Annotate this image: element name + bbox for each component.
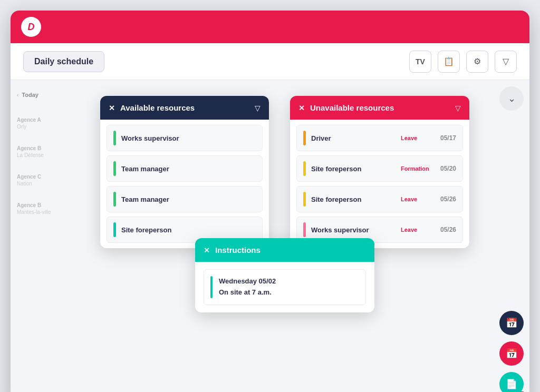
- resource-name: Site foreperson: [121, 226, 256, 234]
- status-badge: Leave: [401, 227, 435, 233]
- today-label: Today: [22, 92, 38, 98]
- export-button[interactable]: 📋: [438, 51, 460, 73]
- unavailable-resources-card: ✕ Unavailable resources ▽ Driver Leave 0…: [290, 96, 469, 248]
- status-badge: Formation: [401, 165, 435, 172]
- nav-today-row[interactable]: ‹ Today: [17, 89, 62, 101]
- available-resources-list: Works supervisor Team manager Team manag…: [100, 120, 269, 248]
- doc-teal-button[interactable]: 📄 ↖: [499, 372, 524, 392]
- calendar-dark-button[interactable]: 📅: [499, 311, 524, 335]
- calendar-icon: 📅: [506, 348, 517, 359]
- agency-b1-name: Agence B: [17, 145, 62, 151]
- instruction-item: Wednesday 05/02 On site at 7 a.m.: [204, 269, 366, 305]
- instructions-content: Wednesday 05/02 On site at 7 a.m.: [195, 262, 374, 312]
- agency-b2-location: Mantes-la-ville: [17, 209, 62, 215]
- resource-bar: [303, 222, 306, 237]
- instruction-line1: Wednesday 05/02: [219, 276, 276, 287]
- back-chevron-icon: ‹: [17, 92, 18, 98]
- instruction-bar: [210, 276, 213, 298]
- left-sidebar: ‹ Today Agence A Orly Agence B La Défens…: [11, 80, 69, 392]
- resource-name: Works supervisor: [121, 134, 256, 142]
- resource-name: Works supervisor: [311, 226, 396, 234]
- resource-name: Team manager: [121, 195, 256, 203]
- unavailable-resources-title: Unavailable resources: [310, 103, 450, 112]
- right-sidebar: ⌄ 📅 📅 📄 ↖: [494, 80, 529, 392]
- available-resources-filter-icon[interactable]: ▽: [255, 104, 261, 112]
- calendar-icon: 📅: [506, 317, 517, 329]
- resource-name: Site foreperson: [311, 165, 396, 173]
- calendar-red-button[interactable]: 📅: [499, 341, 524, 366]
- chevron-down-icon: ⌄: [508, 93, 516, 104]
- list-item: Team manager: [107, 186, 263, 212]
- list-item: Site foreperson Leave 05/26: [296, 186, 463, 212]
- agency-a-location: Orly: [17, 124, 62, 130]
- agency-group-a: Agence A Orly: [17, 117, 62, 130]
- available-resources-title: Available resources: [120, 103, 249, 112]
- list-item: Site foreperson Formation 05/20: [296, 155, 463, 182]
- collapse-button[interactable]: ⌄: [499, 86, 524, 111]
- agency-b1-location: La Défense: [17, 152, 62, 158]
- instruction-text: Wednesday 05/02 On site at 7 a.m.: [219, 276, 276, 298]
- unavail-date: 05/26: [440, 226, 456, 233]
- available-resources-close[interactable]: ✕: [109, 104, 115, 112]
- resource-bar: [113, 192, 116, 207]
- unavailable-resources-list: Driver Leave 05/17 Site foreperson Forma…: [290, 120, 469, 248]
- gear-icon: ⚙: [474, 56, 481, 66]
- filter-icon: ▽: [503, 56, 509, 66]
- agency-c-name: Agence C: [17, 174, 62, 180]
- app-window: D Daily schedule TV 📋 ⚙ ▽ ‹ Today: [11, 11, 529, 392]
- instructions-header: ✕ Instructions: [195, 238, 374, 262]
- agency-group-b1: Agence B La Défense: [17, 145, 62, 158]
- resource-bar: [113, 131, 116, 145]
- list-item: Works supervisor: [107, 125, 263, 151]
- app-logo: D: [21, 17, 41, 37]
- available-resources-header: ✕ Available resources ▽: [100, 96, 269, 120]
- resource-bar: [113, 161, 116, 176]
- toolbar: Daily schedule TV 📋 ⚙ ▽: [11, 43, 529, 80]
- tv-button[interactable]: TV: [409, 51, 431, 73]
- unavailable-resources-close[interactable]: ✕: [298, 104, 305, 112]
- canvas-area: ✕ Available resources ▽ Works supervisor…: [69, 80, 494, 392]
- list-item: Team manager: [107, 155, 263, 182]
- agency-a-name: Agence A: [17, 117, 62, 123]
- main-content: ‹ Today Agence A Orly Agence B La Défens…: [11, 80, 529, 392]
- toolbar-right: TV 📋 ⚙ ▽: [409, 51, 517, 73]
- status-badge: Leave: [401, 135, 435, 141]
- agency-c-location: Nation: [17, 181, 62, 187]
- unavail-date: 05/17: [440, 134, 456, 142]
- instruction-line2: On site at 7 a.m.: [219, 287, 276, 298]
- unavailable-resources-header: ✕ Unavailable resources ▽: [290, 96, 469, 120]
- unavailable-resources-filter-icon[interactable]: ▽: [455, 104, 461, 112]
- resource-name: Team manager: [121, 165, 256, 173]
- available-resources-card: ✕ Available resources ▽ Works supervisor…: [100, 96, 269, 248]
- cursor-icon: ↖: [519, 388, 528, 392]
- daily-schedule-button[interactable]: Daily schedule: [23, 51, 104, 72]
- list-item: Driver Leave 05/17: [296, 125, 463, 151]
- filter-button[interactable]: ▽: [495, 51, 517, 73]
- resource-bar: [303, 161, 306, 176]
- tv-label: TV: [416, 57, 425, 66]
- unavail-date: 05/20: [440, 165, 456, 172]
- resource-bar: [303, 131, 306, 145]
- resource-bar: [113, 222, 116, 237]
- resource-name: Site foreperson: [311, 195, 396, 203]
- instructions-title: Instructions: [215, 246, 366, 254]
- agency-group-b2: Agence B Mantes-la-ville: [17, 202, 62, 215]
- resource-name: Driver: [311, 134, 396, 142]
- app-header: D: [11, 11, 529, 43]
- status-badge: Leave: [401, 196, 435, 202]
- resource-bar: [303, 192, 306, 207]
- agency-b2-name: Agence B: [17, 202, 62, 208]
- doc-icon: 📄: [506, 378, 517, 390]
- settings-button[interactable]: ⚙: [466, 51, 488, 73]
- instructions-card: ✕ Instructions Wednesday 05/02 On site a…: [195, 238, 374, 312]
- agency-group-c: Agence C Nation: [17, 174, 62, 187]
- instructions-close[interactable]: ✕: [204, 246, 210, 254]
- file-icon: 📋: [443, 56, 454, 66]
- unavail-date: 05/26: [440, 195, 456, 203]
